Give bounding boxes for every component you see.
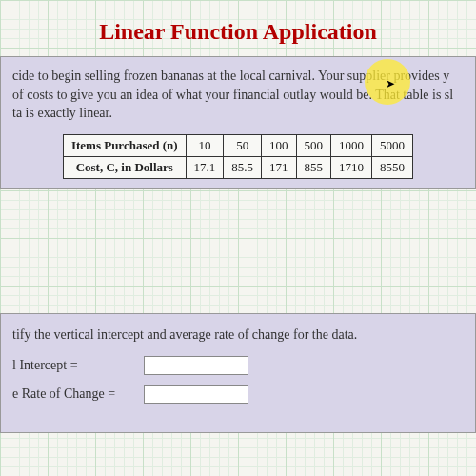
cell: 1710	[331, 156, 372, 178]
cell: 85.5	[224, 156, 262, 178]
cell: 50	[224, 134, 262, 156]
rate-label: e Rate of Change =	[12, 387, 136, 402]
intercept-label: l Intercept =	[12, 358, 136, 373]
cell: 171	[262, 156, 297, 178]
problem-text: cide to begin selling frozen bananas at …	[12, 67, 464, 123]
problem-box: cide to begin selling frozen bananas at …	[0, 56, 476, 189]
cell: 500	[296, 134, 331, 156]
data-table-wrap: Items Purchased (n) 10 50 100 500 1000 5…	[12, 134, 464, 179]
cell: 100	[262, 134, 297, 156]
cell: 10	[186, 134, 224, 156]
page-content: Linear Function Application cide to begi…	[0, 0, 476, 433]
table-row: Cost, C, in Dollars 17.1 85.5 171 855 17…	[63, 156, 412, 178]
cell: 17.1	[186, 156, 224, 178]
rate-input[interactable]	[144, 385, 248, 404]
answer-instruction: tify the vertical intercept and average …	[12, 327, 464, 343]
intercept-input[interactable]	[144, 356, 248, 375]
field-row-rate: e Rate of Change =	[12, 385, 464, 404]
cell: 855	[296, 156, 331, 178]
middle-gap	[0, 189, 476, 313]
page-title: Linear Function Application	[0, 0, 476, 56]
row-header-items: Items Purchased (n)	[63, 134, 186, 156]
answer-box: tify the vertical intercept and average …	[0, 313, 476, 433]
problem-text-content: cide to begin selling frozen bananas at …	[12, 69, 453, 120]
cell: 5000	[372, 134, 413, 156]
cell: 1000	[331, 134, 372, 156]
data-table: Items Purchased (n) 10 50 100 500 1000 5…	[63, 134, 413, 179]
table-row: Items Purchased (n) 10 50 100 500 1000 5…	[63, 134, 412, 156]
cell: 8550	[372, 156, 413, 178]
field-row-intercept: l Intercept =	[12, 356, 464, 375]
row-header-cost: Cost, C, in Dollars	[63, 156, 186, 178]
